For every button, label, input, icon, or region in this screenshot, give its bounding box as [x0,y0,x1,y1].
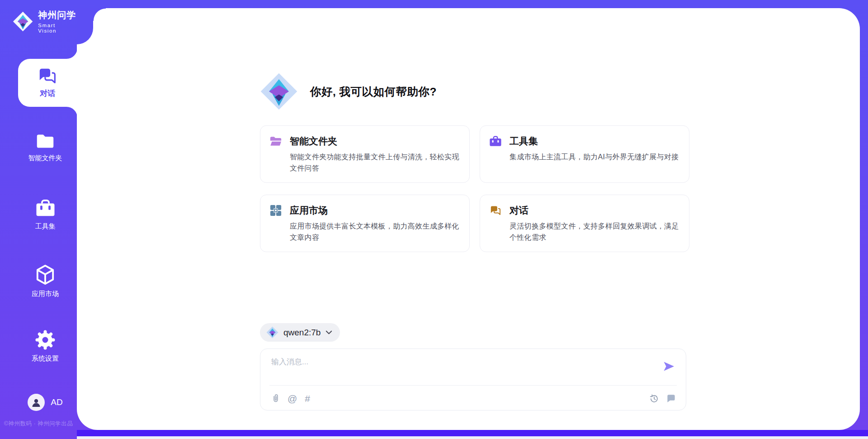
at-icon[interactable]: @ [288,394,297,403]
card-toolset[interactable]: 工具集 集成市场上主流工具，助力AI与外界无缝扩展与对接 [480,125,689,183]
folder-icon [36,133,55,149]
sidebar-item-label: 智能文件夹 [28,154,62,162]
send-button[interactable] [663,361,675,374]
user-profile[interactable]: AD [14,394,77,411]
brand: 神州问学 Smart Vision [13,9,77,33]
briefcase-icon [489,136,502,147]
card-app-market[interactable]: 应用市场 应用市场提供丰富长文本模板，助力高效生成多样化文章内容 [260,195,470,252]
gear-icon [35,330,55,350]
card-chat[interactable]: 对话 灵活切换多模型文件，支持多样回复效果调试，满足个性化需求 [480,195,689,252]
sidebar-item-toolset[interactable]: 工具集 [14,200,77,231]
card-title: 应用市场 [290,204,328,217]
card-description: 集成市场上主流工具，助力AI与外界无缝扩展与对接 [509,152,679,163]
grid-icon [270,205,282,216]
model-selector[interactable]: qwen2:7b [260,323,340,342]
composer: @ # [260,348,686,410]
chat-icon [38,67,58,86]
brand-name: 神州问学 [38,9,77,21]
bottom-edge [77,436,868,439]
sidebar-footer: ©神州数码 · 神州问学出品 [0,420,77,428]
card-title: 工具集 [509,135,538,148]
sidebar-item-label: 系统设置 [32,354,59,363]
model-name: qwen2:7b [283,328,321,338]
greeting-title: 你好, 我可以如何帮助你? [310,84,437,99]
sidebar-item-label: 应用市场 [32,290,59,298]
user-initials: AD [51,397,62,407]
chevron-down-icon[interactable] [326,330,332,335]
toolbox-icon [35,200,56,218]
hash-icon[interactable]: # [305,394,310,403]
send-icon [663,361,675,372]
sidebar: 神州问学 Smart Vision 对话 智能文件夹 工具集 [0,0,77,439]
main-panel: 你好, 我可以如何帮助你? 智能文件夹 智能文件夹功能支持批量文件上传与清洗，轻… [77,8,860,430]
chat-icon [490,205,502,216]
history-icon [649,394,659,403]
diamond-logo-icon [266,326,278,339]
sidebar-item-app-market[interactable]: 应用市场 [14,264,77,298]
chat-bubble-button[interactable] [666,394,676,403]
bottom-strip [77,430,868,436]
person-icon [31,397,42,408]
feature-cards: 智能文件夹 智能文件夹功能支持批量文件上传与清洗，轻松实现文件问答 工具集 [260,125,689,252]
chat-bubble-icon [666,394,676,403]
diamond-logo-icon [260,72,298,110]
paperclip-icon [271,393,280,404]
card-description: 智能文件夹功能支持批量文件上传与清洗，轻松实现文件问答 [290,152,459,174]
card-description: 应用市场提供丰富长文本模板，助力高效生成多样化文章内容 [290,221,459,243]
sidebar-item-smart-folder[interactable]: 智能文件夹 [14,133,77,162]
sidebar-item-label: 工具集 [35,222,56,231]
avatar [28,394,45,411]
brand-subtitle: Smart Vision [38,23,77,33]
message-input[interactable] [260,349,686,382]
history-button[interactable] [649,394,659,403]
sidebar-item-label: 对话 [40,88,55,99]
card-title: 智能文件夹 [290,135,337,148]
card-description: 灵活切换多模型文件，支持多样回复效果调试，满足个性化需求 [509,221,679,243]
card-smart-folder[interactable]: 智能文件夹 智能文件夹功能支持批量文件上传与清洗，轻松实现文件问答 [260,125,470,183]
attach-button[interactable] [271,393,280,404]
sidebar-item-chat[interactable]: 对话 [18,59,77,107]
sidebar-item-settings[interactable]: 系统设置 [14,330,77,363]
composer-divider [269,385,677,386]
card-title: 对话 [509,204,528,217]
panel-corner-curve [93,8,106,21]
brand-logo-icon [13,11,33,32]
folder-open-icon [269,136,282,147]
cube-icon [36,264,55,285]
greeting: 你好, 我可以如何帮助你? [260,72,689,110]
